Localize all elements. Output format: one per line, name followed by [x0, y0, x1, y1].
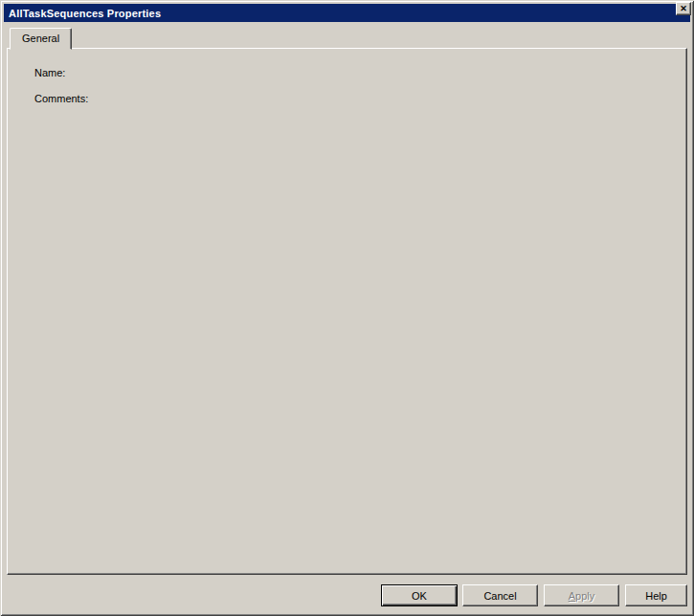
general-tab-panel: Name: Comments: [7, 48, 687, 575]
tab-general[interactable]: General [10, 28, 72, 50]
apply-button: Apply [544, 584, 619, 606]
comments-label: Comments: [34, 93, 88, 104]
tab-general-label: General [22, 33, 59, 44]
properties-dialog: AllTaskSequences Properties ✕ General Na… [0, 0, 694, 616]
ok-button[interactable]: OK [381, 584, 458, 606]
cancel-button[interactable]: Cancel [462, 584, 538, 606]
name-label: Name: [34, 67, 65, 78]
close-icon[interactable]: ✕ [676, 2, 691, 15]
window-title: AllTaskSequences Properties [9, 8, 161, 19]
titlebar: AllTaskSequences Properties [4, 4, 690, 22]
help-button[interactable]: Help [625, 584, 687, 606]
